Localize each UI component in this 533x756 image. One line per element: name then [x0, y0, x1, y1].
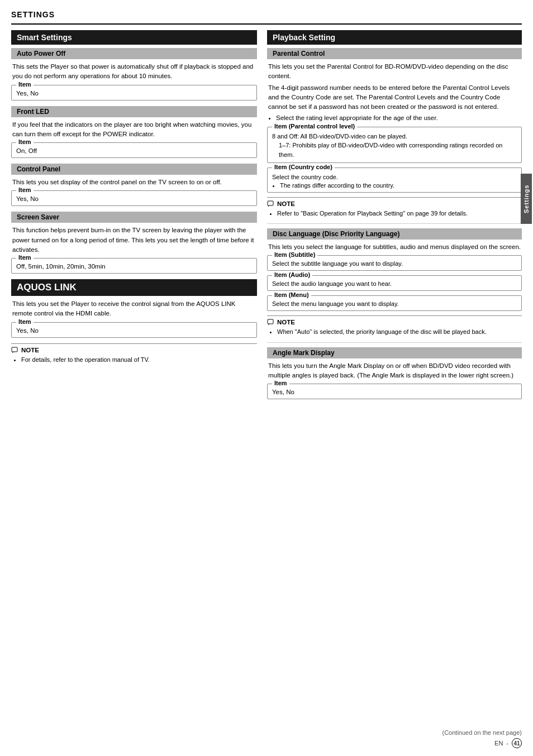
aquos-link-item-box: Item Yes, No: [11, 322, 257, 338]
aquos-link-note-title: NOTE: [11, 346, 257, 354]
auto-power-off-header: Auto Power Off: [11, 48, 257, 59]
page-number: 41: [512, 738, 522, 748]
aquos-link-item-label: Item: [16, 318, 34, 325]
control-panel-item-label: Item: [16, 186, 34, 193]
subtitle-box: Item (Subtitle) Select the subtitle lang…: [267, 255, 522, 271]
angle-mark-item-box: Item Yes, No: [267, 384, 522, 399]
smart-settings-header: Smart Settings: [11, 30, 257, 45]
front-led-item-box: Item On, Off: [11, 142, 257, 158]
svg-rect-4: [268, 319, 273, 324]
note-icon-disc: [267, 318, 275, 326]
disc-language-note-title: NOTE: [267, 318, 522, 326]
parental-control-body: This lets you set the Parental Control f…: [267, 62, 522, 123]
section-divider-2: [267, 342, 522, 343]
menu-label: Item (Menu): [272, 291, 311, 298]
audio-box: Item (Audio) Select the audio language y…: [267, 275, 522, 291]
aquos-link-note-content: For details, refer to the operation manu…: [11, 355, 257, 365]
section-divider-1: [267, 223, 522, 224]
screen-saver-item-box: Item Off, 5min, 10min, 20min, 30min: [11, 258, 257, 274]
screen-saver-item-value: Off, 5min, 10min, 20min, 30min: [12, 260, 256, 273]
page-footer: (Continued on the next page) EN - 41: [442, 729, 522, 748]
auto-power-off-body: This sets the Player so that power is au…: [11, 62, 257, 82]
svg-rect-2: [268, 201, 273, 205]
auto-power-off-item-value: Yes, No: [12, 87, 256, 100]
auto-power-off-item-label: Item: [16, 81, 34, 88]
page-number-badge: EN - 41: [494, 738, 522, 748]
screen-saver-item-label: Item: [16, 254, 34, 261]
en-label: EN: [494, 740, 503, 747]
disc-language-body: This lets you select the language for su…: [267, 242, 522, 252]
control-panel-item-value: Yes, No: [12, 192, 256, 205]
continued-text: (Continued on the next page): [442, 729, 522, 736]
parental-control-level-box: Item (Parental control level) 8 and Off:…: [267, 127, 522, 164]
country-code-content: Select the country code. The ratings dif…: [268, 169, 521, 192]
angle-mark-body: This lets you turn the Angle Mark Displa…: [267, 361, 522, 381]
subtitle-value: Select the subtitle language you want to…: [268, 257, 521, 270]
auto-power-off-item-box: Item Yes, No: [11, 85, 257, 101]
front-led-header: Front LED: [11, 106, 257, 117]
front-led-body: If you feel that the indicators on the p…: [11, 120, 257, 140]
top-divider: [11, 23, 522, 25]
settings-side-tab: Settings: [521, 174, 532, 224]
aquos-link-body: This lets you set the Player to receive …: [11, 299, 257, 319]
page-title: SETTINGS: [11, 10, 522, 19]
country-code-label: Item (Country code): [272, 164, 335, 170]
aquos-link-header: AQUOS LINK: [11, 279, 257, 296]
front-led-item-label: Item: [16, 138, 34, 145]
angle-mark-header: Angle Mark Display: [267, 347, 522, 358]
country-code-box: Item (Country code) Select the country c…: [267, 168, 522, 193]
parental-control-level-content: 8 and Off: All BD-video/DVD-video can be…: [268, 128, 521, 163]
note-icon-parental: [267, 200, 275, 208]
left-column: Smart Settings Auto Power Off This sets …: [11, 30, 257, 405]
control-panel-body: This lets you set display of the control…: [11, 178, 257, 187]
subtitle-label: Item (Subtitle): [272, 251, 317, 258]
svg-rect-0: [12, 347, 17, 352]
parental-note-box: NOTE Refer to "Basic Operation for Playb…: [267, 197, 522, 218]
audio-label: Item (Audio): [272, 271, 312, 278]
aquos-link-item-value: Yes, No: [12, 324, 256, 337]
parental-control-header: Parental Control: [267, 48, 522, 59]
control-panel-header: Control Panel: [11, 164, 257, 175]
screen-saver-header: Screen Saver: [11, 212, 257, 223]
parental-note-title: NOTE: [267, 200, 522, 208]
angle-mark-item-value: Yes, No: [268, 385, 521, 399]
parental-control-level-label: Item (Parental control level): [272, 123, 357, 130]
angle-mark-item-label: Item: [272, 380, 289, 386]
menu-box: Item (Menu) Select the menu language you…: [267, 295, 522, 311]
disc-language-note-box: NOTE When "Auto" is selected, the priori…: [267, 315, 522, 337]
right-column: Playback Setting Parental Control This l…: [267, 30, 522, 405]
front-led-item-value: On, Off: [12, 144, 256, 157]
note-icon: [11, 346, 19, 354]
menu-value: Select the menu language you want to dis…: [268, 297, 521, 310]
playback-setting-header: Playback Setting: [267, 30, 522, 45]
audio-value: Select the audio language you want to he…: [268, 277, 521, 290]
control-panel-item-box: Item Yes, No: [11, 190, 257, 206]
disc-language-header: Disc Language (Disc Priority Language): [267, 228, 522, 240]
parental-note-content: Refer to "Basic Operation for Playback S…: [267, 209, 522, 218]
screen-saver-body: This function helps prevent burn-in on t…: [11, 226, 257, 255]
aquos-link-note-box: NOTE For details, refer to the operation…: [11, 343, 257, 365]
disc-language-note-content: When "Auto" is selected, the priority la…: [267, 327, 522, 337]
